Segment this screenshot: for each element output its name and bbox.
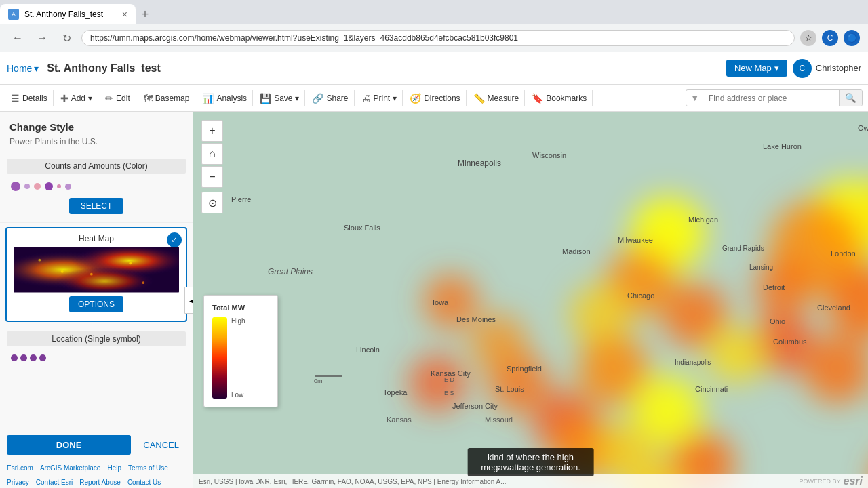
search-input[interactable] <box>703 91 839 106</box>
back-btn[interactable]: ← <box>8 32 27 44</box>
label-chicago: Chicago <box>627 291 654 300</box>
search-submit-button[interactable]: 🔍 <box>839 90 862 106</box>
cancel-button[interactable]: CANCEL <box>136 435 186 455</box>
measure-button[interactable]: 📏 Measure <box>468 90 526 106</box>
label-des-moines: Des Moines <box>456 315 496 323</box>
heat-map-preview <box>14 246 179 293</box>
extension-icon[interactable]: 🔵 <box>844 30 860 46</box>
details-button[interactable]: ☰ Details <box>5 90 54 106</box>
label-milwaukee: Milwaukee <box>618 236 653 244</box>
counts-amounts-label: Counts and Amounts (Color) <box>7 159 186 174</box>
select-button[interactable]: SELECT <box>69 198 123 214</box>
location-label: Location (Single symbol) <box>7 331 186 346</box>
user-name: Christopher <box>816 63 861 73</box>
dot-purple-md <box>45 182 53 190</box>
print-label: Print <box>374 94 391 103</box>
contact-link[interactable]: Contact Esri <box>36 479 73 486</box>
tab-bar: A St. Anthony Falls_test × + <box>0 0 868 24</box>
search-box[interactable]: ▼ 🔍 <box>686 89 863 106</box>
app-toolbar: Home ▾ St. Anthony Falls_test New Map ▾ … <box>0 52 868 85</box>
tab-favicon: A <box>8 9 19 20</box>
dot-purple-4 <box>39 354 46 361</box>
home-link[interactable]: Home ▾ <box>7 63 39 74</box>
svg-rect-3 <box>14 247 179 293</box>
bookmarks-label: Bookmarks <box>546 94 587 103</box>
label-pierre: Pierre <box>231 195 251 203</box>
new-map-button[interactable]: New Map ▾ <box>726 60 787 77</box>
label-indianapolis: Indianapolis <box>675 359 711 366</box>
home-button[interactable]: ⌂ <box>201 143 223 165</box>
esri-link[interactable]: Esri.com <box>7 464 33 472</box>
edit-label: Edit <box>116 94 130 103</box>
new-map-label: New Map <box>734 63 772 73</box>
contact-us-link[interactable]: Contact Us <box>127 479 161 486</box>
active-tab[interactable]: A St. Anthony Falls_test × <box>0 4 136 24</box>
svg-point-5 <box>90 273 93 276</box>
heat-map-option[interactable]: Heat Map <box>5 227 187 322</box>
save-button[interactable]: 💾 Save ▾ <box>254 90 305 106</box>
label-lansing: Lansing <box>749 264 773 271</box>
sidebar-collapse-button[interactable]: ◀ <box>184 287 193 314</box>
basemap-button[interactable]: 🗺 Basemap <box>138 90 196 106</box>
panel-subtitle: Power Plants in the U.S. <box>0 137 193 153</box>
report-abuse-link[interactable]: Report Abuse <box>79 479 121 486</box>
user-info: C Christopher <box>793 59 861 78</box>
bookmarks-button[interactable]: 🔖 Bookmarks <box>526 90 593 106</box>
done-button[interactable]: DONE <box>7 435 131 455</box>
bookmark-icon[interactable]: ☆ <box>800 30 816 46</box>
label-wisconsin: Wisconsin <box>532 151 566 159</box>
zoom-out-button[interactable]: − <box>201 166 223 188</box>
url-bar[interactable]: https://umn.maps.arcgis.com/home/webmap/… <box>81 30 795 46</box>
share-icon: 🔗 <box>312 93 323 104</box>
add-button[interactable]: ✚ Add ▾ <box>55 90 98 106</box>
label-great-plains: Great Plains <box>268 267 313 277</box>
bookmarks-icon: 🔖 <box>532 93 543 104</box>
legend-title: Total MW <box>212 304 269 312</box>
forward-btn[interactable]: → <box>33 32 52 44</box>
avatar[interactable]: C <box>793 59 812 78</box>
save-icon: 💾 <box>260 93 271 104</box>
user-icon[interactable]: C <box>822 30 838 46</box>
tab-close-btn[interactable]: × <box>122 9 127 20</box>
dot-purple-2 <box>20 354 27 361</box>
app-title: St. Anthony Falls_test <box>47 62 160 75</box>
home-icon: ⌂ <box>209 148 216 160</box>
add-label: Add <box>71 94 85 103</box>
map-controls: + ⌂ − ⊙ <box>201 120 223 214</box>
subtitle-line1: kind of where the high <box>481 452 580 462</box>
dot-pink <box>34 183 41 190</box>
edit-button[interactable]: ✏ Edit <box>100 90 136 106</box>
terms-link[interactable]: Terms of Use <box>128 464 168 472</box>
counts-amounts-option[interactable]: Counts and Amounts (Color) SELECT <box>0 153 193 223</box>
help-link[interactable]: Help <box>107 464 121 472</box>
heat-map-label: Heat Map <box>14 234 179 243</box>
new-tab-btn[interactable]: + <box>136 5 155 24</box>
label-grand-rapids: Grand Rapids <box>722 245 764 252</box>
details-icon: ☰ <box>11 93 20 104</box>
home-chevron-icon: ▾ <box>34 63 39 74</box>
refresh-btn[interactable]: ↻ <box>57 32 76 45</box>
privacy-link[interactable]: Privacy <box>7 479 29 486</box>
locate-button[interactable]: ⊙ <box>201 192 223 214</box>
zoom-in-button[interactable]: + <box>201 120 223 142</box>
minus-icon: − <box>209 171 215 183</box>
directions-button[interactable]: 🧭 Directions <box>404 90 466 106</box>
analysis-button[interactable]: 📊 Analysis <box>197 90 253 106</box>
basemap-label: Basemap <box>155 94 190 103</box>
powered-by: POWERED BY esri <box>800 475 863 487</box>
label-michigan: Michigan <box>688 216 718 224</box>
print-icon: 🖨 <box>361 93 371 104</box>
arcgis-marketplace-link[interactable]: ArcGIS Marketplace <box>40 464 100 472</box>
save-label: Save <box>274 94 292 103</box>
change-style-panel: Change Style Power Plants in the U.S. Co… <box>0 112 193 488</box>
directions-icon: 🧭 <box>410 93 421 104</box>
location-option[interactable]: Location (Single symbol) <box>0 326 193 371</box>
label-minneapolis: Minneapolis <box>458 159 501 168</box>
measure-icon: 📏 <box>473 93 485 104</box>
tab-title: St. Anthony Falls_test <box>24 9 103 19</box>
map-area[interactable]: Minneapolis Wisconsin Sioux Falls Great … <box>193 112 868 488</box>
share-button[interactable]: 🔗 Share <box>307 90 354 106</box>
options-button[interactable]: OPTIONS <box>69 296 123 312</box>
new-map-chevron: ▾ <box>774 63 779 73</box>
print-button[interactable]: 🖨 Print ▾ <box>356 90 403 106</box>
